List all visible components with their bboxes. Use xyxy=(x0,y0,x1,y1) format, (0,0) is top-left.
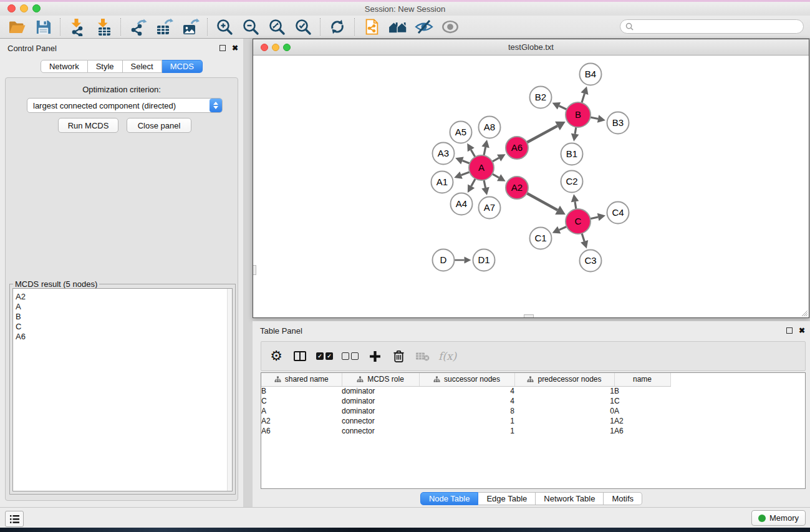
table-cell[interactable]: A xyxy=(261,406,342,416)
bottom-edge-grip[interactable] xyxy=(524,314,534,317)
graph-node-C[interactable]: C xyxy=(566,209,591,234)
table-cell[interactable]: 1 xyxy=(514,396,614,406)
graph-node-C2[interactable]: C2 xyxy=(561,171,583,193)
table-cell[interactable]: A2 xyxy=(261,416,342,426)
maximize-window-button[interactable] xyxy=(32,4,41,12)
table-cell[interactable]: 1 xyxy=(419,416,514,426)
minimize-window-button[interactable] xyxy=(20,4,28,12)
graph-node-A3[interactable]: A3 xyxy=(433,143,455,165)
zoom-selected-button[interactable] xyxy=(290,16,316,37)
table-row[interactable]: Cdominator41C xyxy=(261,396,805,406)
table-cell[interactable]: 1 xyxy=(514,426,614,436)
delete-table-button[interactable] xyxy=(415,347,430,365)
show-graphics-details-button[interactable] xyxy=(437,16,463,37)
edge-A6-B[interactable] xyxy=(527,126,557,143)
graph-node-B1[interactable]: B1 xyxy=(561,143,583,165)
edge-A-A5[interactable] xyxy=(471,150,475,157)
graph-node-C1[interactable]: C1 xyxy=(530,228,552,249)
graph-node-C3[interactable]: C3 xyxy=(580,250,602,272)
table-row[interactable]: A2connector11A2 xyxy=(261,416,805,426)
graph-node-A7[interactable]: A7 xyxy=(479,197,501,219)
table-cell[interactable]: 8 xyxy=(419,406,514,416)
import-table-button[interactable] xyxy=(90,16,117,37)
run-mcds-button[interactable]: Run MCDS xyxy=(58,118,118,133)
table-row[interactable]: Adominator80A xyxy=(261,406,805,416)
graph-node-D1[interactable]: D1 xyxy=(473,249,495,271)
close-panel-icon[interactable]: ✖ xyxy=(799,327,805,334)
edge-B-B3[interactable] xyxy=(591,117,598,119)
add-button[interactable] xyxy=(367,347,382,365)
zoom-fit-button[interactable] xyxy=(264,16,290,37)
left-edge-grip[interactable] xyxy=(253,265,256,275)
close-window-button[interactable] xyxy=(7,4,16,12)
zoom-out-button[interactable] xyxy=(238,16,264,37)
float-panel-icon[interactable] xyxy=(219,45,226,51)
network-window-titlebar[interactable]: testGlobe.txt xyxy=(253,39,809,56)
select-all-button[interactable]: ✓ ✓ xyxy=(316,347,333,365)
table-cell[interactable]: connector xyxy=(342,416,419,426)
houses-home-button[interactable] xyxy=(385,16,411,37)
open-session-button[interactable] xyxy=(4,16,30,37)
edge-A-A1[interactable] xyxy=(461,172,470,175)
export-image-button[interactable] xyxy=(177,16,203,37)
edge-A2-C[interactable] xyxy=(527,193,557,210)
hide-graphics-details-button[interactable] xyxy=(411,16,437,37)
column-header-name[interactable]: name xyxy=(614,373,670,386)
edge-B-B4[interactable] xyxy=(582,94,585,103)
float-panel-icon[interactable] xyxy=(786,327,793,334)
table-cell[interactable]: connector xyxy=(342,426,419,436)
edge-A-A6[interactable] xyxy=(492,158,499,162)
graph-node-B[interactable]: B xyxy=(566,102,591,127)
tab-select[interactable]: Select xyxy=(123,60,162,73)
export-network-button[interactable] xyxy=(125,16,151,37)
import-network-button[interactable] xyxy=(64,16,90,37)
graph-node-A5[interactable]: A5 xyxy=(450,122,472,143)
edge-C-C3[interactable] xyxy=(582,233,584,241)
column-header-shared-name[interactable]: shared name xyxy=(261,373,342,386)
zoom-in-button[interactable] xyxy=(211,16,238,37)
table-cell[interactable]: A6 xyxy=(261,426,342,436)
result-item[interactable]: C xyxy=(13,322,232,332)
table-cell[interactable]: B xyxy=(614,386,670,396)
table-cell[interactable]: 4 xyxy=(419,396,514,406)
result-item[interactable]: B xyxy=(13,312,232,322)
graph-node-B3[interactable]: B3 xyxy=(607,112,629,134)
close-panel-icon[interactable]: ✖ xyxy=(232,45,238,51)
result-item[interactable]: A2 xyxy=(13,292,232,302)
refresh-button[interactable] xyxy=(324,16,350,37)
table-cell[interactable]: C xyxy=(261,396,342,406)
edge-A-A3[interactable] xyxy=(462,160,470,163)
network-minimize-button[interactable] xyxy=(272,44,279,51)
table-cell[interactable]: dominator xyxy=(342,406,419,416)
table-cell[interactable]: A6 xyxy=(614,426,670,436)
edge-C-C4[interactable] xyxy=(591,217,599,219)
table-cell[interactable]: A xyxy=(614,406,670,416)
edge-B-B1[interactable] xyxy=(575,127,576,134)
graph-node-A2[interactable]: A2 xyxy=(506,177,528,199)
resize-grip-icon[interactable] xyxy=(801,309,808,317)
edge-A-A4[interactable] xyxy=(471,179,476,186)
export-table-button[interactable] xyxy=(151,16,177,37)
network-graph-canvas[interactable]: B4B2BB3A8A5A6A3B1AC2A1A2A4A7C4CC1C3DD1 xyxy=(253,56,809,317)
network-close-button[interactable] xyxy=(261,44,268,51)
memory-button[interactable]: Memory xyxy=(751,510,806,526)
table-cell[interactable]: B xyxy=(261,386,342,396)
table-options-button[interactable]: ⚙ xyxy=(269,347,284,365)
result-list-scrollbar[interactable] xyxy=(227,289,232,491)
task-history-button[interactable] xyxy=(5,511,24,527)
result-item[interactable]: A xyxy=(13,302,232,312)
table-cell[interactable]: 1 xyxy=(419,426,514,436)
table-cell[interactable]: dominator xyxy=(342,386,419,396)
table-cell[interactable]: dominator xyxy=(342,396,419,406)
save-session-button[interactable] xyxy=(30,16,56,37)
graph-node-A4[interactable]: A4 xyxy=(451,193,473,215)
table-cell[interactable]: A2 xyxy=(614,416,670,426)
search-box[interactable] xyxy=(620,19,804,34)
table-cell[interactable]: 4 xyxy=(419,386,514,396)
criterion-dropdown[interactable]: largest connected component (directed) xyxy=(27,98,223,113)
function-builder-button[interactable]: f(x) xyxy=(438,347,456,365)
column-header-successor-nodes[interactable]: successor nodes xyxy=(419,373,514,386)
tab-motifs[interactable]: Motifs xyxy=(604,492,642,505)
table-row[interactable]: A6connector11A6 xyxy=(261,426,805,436)
search-input[interactable] xyxy=(637,22,798,32)
